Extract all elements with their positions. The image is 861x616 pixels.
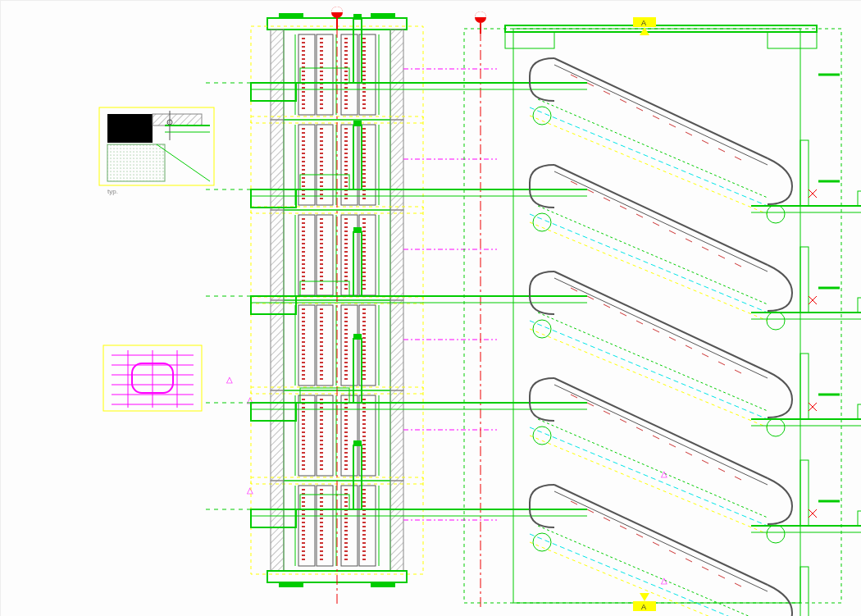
- svg-rect-50: [107, 114, 153, 143]
- svg-rect-81: [464, 29, 841, 603]
- drawing-svg: △ △ △ A: [1, 1, 861, 616]
- svg-rect-85: [768, 32, 817, 48]
- level-mark: △: [247, 486, 253, 495]
- svg-rect-72: [279, 582, 303, 587]
- svg-rect-73: [371, 582, 395, 587]
- svg-text:A: A: [641, 19, 646, 27]
- plan-inset: △: [103, 345, 233, 411]
- section-view: A A △ △: [202, 11, 861, 616]
- svg-text:△: △: [661, 469, 667, 478]
- cad-canvas: △ △ △ A: [0, 0, 861, 616]
- detail-balustrade: [99, 107, 214, 185]
- plan-view: [251, 13, 497, 587]
- marker-triangle: △: [226, 375, 233, 384]
- svg-rect-82: [513, 29, 800, 603]
- svg-text:△: △: [661, 576, 667, 585]
- svg-rect-52: [107, 144, 165, 181]
- detail-label: typ.: [107, 188, 118, 195]
- svg-rect-70: [371, 13, 395, 18]
- svg-text:A: A: [641, 603, 646, 611]
- svg-rect-51: [153, 114, 202, 125]
- svg-rect-84: [505, 32, 554, 48]
- svg-rect-69: [279, 13, 303, 18]
